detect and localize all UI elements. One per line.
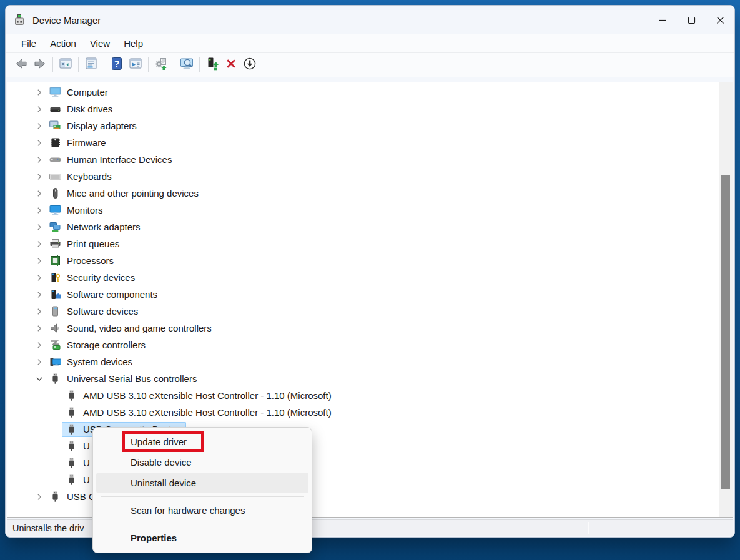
menubar-item-action[interactable]: Action	[43, 36, 83, 51]
vertical-scrollbar[interactable]	[719, 82, 733, 517]
row-content: Display adapters	[46, 119, 142, 134]
toolbar-separator	[174, 57, 174, 72]
toolbar-button-uninstall-device[interactable]	[222, 56, 240, 74]
tree-item[interactable]: Computer	[7, 84, 733, 101]
back-icon	[14, 56, 29, 74]
toolbar-button-back[interactable]	[12, 56, 31, 74]
context-menu-item-update-driver[interactable]: Update driver	[96, 431, 308, 452]
system-device-icon	[48, 356, 62, 368]
tree-item[interactable]: AMD USB 3.10 eXtensible Host Controller …	[7, 387, 733, 404]
print-queue-icon	[48, 238, 62, 250]
toolbar-button-action-pane[interactable]	[126, 56, 145, 74]
chevron-right-icon[interactable]	[32, 189, 46, 198]
forward-icon	[32, 56, 47, 74]
close-button[interactable]	[706, 6, 734, 34]
tree-item[interactable]: Print queues	[7, 235, 733, 252]
toolbar-button-help[interactable]: ?	[107, 56, 126, 74]
svg-text:?: ?	[114, 59, 120, 69]
chevron-right-icon[interactable]	[32, 493, 46, 501]
context-menu-item-scan-for-hardware-changes[interactable]: Scan for hardware changes	[96, 500, 308, 521]
row-content: Security devices	[46, 270, 140, 285]
tree-item[interactable]: Human Interface Devices	[7, 151, 733, 168]
chevron-right-icon[interactable]	[32, 240, 46, 248]
chevron-right-icon[interactable]	[32, 105, 46, 114]
tree-item[interactable]: Sound, video and game controllers	[7, 320, 733, 336]
chevron-right-icon[interactable]	[32, 290, 46, 299]
chevron-right-icon[interactable]	[32, 88, 46, 97]
toolbar-button-remote-search[interactable]	[177, 56, 196, 74]
tree-item-label: Keyboards	[67, 171, 112, 182]
context-menu-separator	[101, 524, 304, 524]
context-menu-item-properties[interactable]: Properties	[96, 528, 308, 548]
window-title: Device Manager	[32, 15, 101, 26]
tree-item[interactable]: Monitors	[7, 202, 733, 219]
chevron-right-icon[interactable]	[32, 206, 46, 215]
context-menu-item-uninstall-device[interactable]: Uninstall device	[96, 473, 308, 493]
row-content: AMD USB 3.10 eXtensible Host Controller …	[62, 388, 337, 403]
row-content: AMD USB 3.10 eXtensible Host Controller …	[62, 405, 337, 420]
row-content: System devices	[46, 355, 137, 370]
tree-item[interactable]: Display adapters	[7, 117, 733, 134]
tree-item-label: System devices	[67, 356, 132, 367]
tree-item[interactable]: Software devices	[7, 303, 733, 320]
chevron-right-icon[interactable]	[32, 223, 46, 232]
menubar-item-view[interactable]: View	[83, 36, 117, 51]
chevron-right-icon[interactable]	[32, 307, 46, 316]
menubar-item-help[interactable]: Help	[117, 36, 150, 51]
tree-item[interactable]: Keyboards	[7, 168, 733, 185]
computer-icon	[48, 86, 62, 99]
menubar-item-file[interactable]: File	[14, 36, 43, 51]
device-manager-icon	[12, 12, 27, 27]
toolbar-button-forward[interactable]	[31, 56, 49, 74]
tree-item[interactable]: Firmware	[7, 134, 733, 151]
tree-item[interactable]: Universal Serial Bus controllers	[7, 370, 733, 387]
toolbar-button-properties[interactable]	[82, 56, 101, 74]
scrollbar-thumb[interactable]	[721, 175, 730, 489]
chevron-right-icon[interactable]	[32, 122, 46, 130]
usb-device-icon	[64, 474, 78, 486]
update-driver-icon	[205, 56, 220, 74]
action-pane-icon	[128, 56, 143, 74]
window-controls	[648, 6, 734, 34]
chevron-right-icon[interactable]	[32, 273, 46, 282]
chevron-down-icon[interactable]	[32, 375, 46, 383]
row-content: Network adapters	[46, 220, 146, 235]
chevron-right-icon[interactable]	[32, 358, 46, 366]
toolbar-button-scan-hardware[interactable]	[152, 56, 170, 74]
tree-item[interactable]: Disk drives	[7, 101, 733, 117]
chevron-right-icon[interactable]	[32, 155, 46, 164]
chevron-right-icon[interactable]	[32, 341, 46, 350]
row-content: Firmware	[46, 135, 111, 150]
toolbar-button-console-tree[interactable]	[56, 56, 75, 74]
tree-item[interactable]: Mice and other pointing devices	[7, 185, 733, 202]
context-menu: Update driverDisable deviceUninstall dev…	[92, 427, 312, 553]
row-content: Mice and other pointing devices	[46, 186, 204, 201]
toolbar: ?	[6, 53, 734, 77]
toolbar-button-update-driver[interactable]	[203, 56, 222, 74]
monitor-icon	[48, 204, 62, 217]
tree-item-label: Firmware	[67, 137, 106, 148]
chevron-right-icon[interactable]	[32, 139, 46, 147]
row-content: U	[62, 456, 95, 471]
toolbar-separator	[148, 57, 149, 72]
tree-item[interactable]: Security devices	[7, 269, 733, 286]
tree-item-label: U	[83, 441, 90, 451]
context-menu-item-disable-device[interactable]: Disable device	[96, 452, 308, 473]
tree-item[interactable]: Software components	[7, 286, 733, 303]
chevron-right-icon[interactable]	[32, 257, 46, 265]
tree-item-label: Disk drives	[67, 104, 112, 114]
tree-item[interactable]: Processors	[7, 252, 733, 269]
chevron-right-icon[interactable]	[32, 172, 46, 181]
tree-item[interactable]: System devices	[7, 353, 733, 370]
status-text: Uninstalls the driv	[7, 523, 84, 533]
tree-item[interactable]: Network adapters	[7, 219, 733, 235]
toolbar-separator	[52, 57, 53, 72]
minimize-button[interactable]	[648, 6, 677, 34]
tree-item[interactable]: Storage controllers	[7, 336, 733, 353]
chevron-right-icon[interactable]	[32, 324, 46, 333]
menubar: FileActionViewHelp	[6, 34, 734, 53]
network-adapter-icon	[48, 221, 62, 233]
tree-item[interactable]: AMD USB 3.10 eXtensible Host Controller …	[7, 404, 733, 421]
maximize-button[interactable]	[677, 6, 706, 34]
toolbar-button-disable-device[interactable]	[240, 56, 259, 74]
